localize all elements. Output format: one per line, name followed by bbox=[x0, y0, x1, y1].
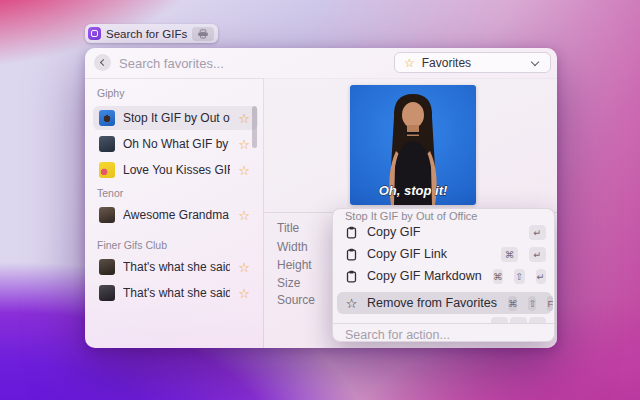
shortcut-key: ↵ bbox=[529, 247, 546, 262]
favorite-star-icon: ☆ bbox=[238, 138, 250, 151]
action-menu: Stop It GIF by Out of Office Copy GIF ↵ … bbox=[332, 208, 555, 342]
action-menu-divider bbox=[333, 323, 555, 324]
shortcut-key: ↵ bbox=[529, 225, 546, 240]
pill-badge bbox=[192, 27, 214, 41]
gif-image: Oh, stop it! bbox=[350, 85, 476, 205]
list-item-thats-what-she-said-2[interactable]: That's what she said? ☆ bbox=[93, 281, 258, 305]
gif-preview: Oh, stop it! bbox=[350, 85, 476, 205]
action-copy-gif-markdown[interactable]: Copy GIF Markdown ⌘ ⇧ ↵ bbox=[337, 265, 552, 287]
app-window: Search favorites... ☆ Favorites Giphy St… bbox=[85, 48, 557, 348]
gif-thumbnail bbox=[99, 162, 115, 178]
back-button[interactable] bbox=[94, 54, 111, 71]
meta-label-size: Size bbox=[277, 276, 300, 290]
shortcut-key: ⌘ bbox=[501, 247, 518, 262]
sidebar-scrollbar[interactable] bbox=[252, 106, 257, 148]
favorite-star-icon: ☆ bbox=[238, 287, 250, 300]
favorite-star-icon: ☆ bbox=[238, 164, 250, 177]
search-input[interactable]: Search favorites... bbox=[119, 56, 224, 71]
action-remove-from-favorites[interactable]: ☆ Remove from Favorites ⌘ ⇧ F bbox=[337, 292, 552, 314]
list-item-oh-no-what[interactable]: Oh No What GIF by Major Le... ☆ bbox=[93, 132, 258, 156]
command-title: Search for GIFs bbox=[106, 28, 187, 40]
section-title-giphy: Giphy bbox=[97, 87, 124, 99]
gif-thumbnail bbox=[99, 110, 115, 126]
favorites-dropdown[interactable]: ☆ Favorites bbox=[394, 52, 551, 73]
list-item-thats-what-she-said[interactable]: That's what she said. ☆ bbox=[93, 255, 258, 279]
shortcut-key: ⌘ bbox=[493, 269, 503, 284]
gif-caption: Oh, stop it! bbox=[379, 183, 448, 198]
list-item-awesome-grandma[interactable]: Awesome Grandma GIF ☆ bbox=[93, 203, 258, 227]
shortcut-key: ⇧ bbox=[528, 296, 536, 311]
action-copy-gif-link[interactable]: Copy GIF Link ⌘ ↵ bbox=[337, 243, 552, 265]
gif-thumbnail bbox=[99, 136, 115, 152]
star-icon: ☆ bbox=[404, 57, 415, 69]
clipboard-icon bbox=[345, 226, 358, 239]
gif-thumbnail bbox=[99, 207, 115, 223]
favorite-star-icon: ☆ bbox=[238, 112, 250, 125]
section-title-tenor: Tenor bbox=[97, 187, 123, 199]
dropdown-label: Favorites bbox=[422, 56, 471, 70]
chevron-down-icon bbox=[531, 58, 539, 66]
gif-thumbnail bbox=[99, 285, 115, 301]
favorite-star-icon: ☆ bbox=[238, 261, 250, 274]
star-icon: ☆ bbox=[345, 297, 358, 310]
shortcut-key: ⌘ bbox=[508, 296, 518, 311]
action-copy-gif[interactable]: Copy GIF ↵ bbox=[337, 221, 552, 243]
section-title-finer-gifs: Finer Gifs Club bbox=[97, 239, 167, 251]
chevron-left-icon bbox=[100, 59, 107, 66]
desktop: Search for GIFs Search favorites... ☆ Fa… bbox=[0, 0, 640, 400]
clipboard-icon bbox=[345, 270, 358, 283]
list-item-love-you-kisses[interactable]: Love You Kisses GIF by Ted... ☆ bbox=[93, 158, 258, 182]
gif-thumbnail bbox=[99, 259, 115, 275]
shortcut-key: F bbox=[547, 296, 553, 311]
favorite-star-icon: ☆ bbox=[238, 209, 250, 222]
command-pill: Search for GIFs bbox=[85, 24, 218, 43]
shortcut-key: ↵ bbox=[536, 269, 546, 284]
meta-label-source: Source bbox=[277, 293, 315, 307]
printer-icon bbox=[197, 29, 209, 39]
meta-label-height: Height bbox=[277, 258, 312, 272]
meta-label-width: Width bbox=[277, 240, 308, 254]
clipboard-icon bbox=[345, 248, 358, 261]
shortcut-key: ⇧ bbox=[514, 269, 524, 284]
list-item-stop-it[interactable]: Stop It GIF by Out of Office ☆ bbox=[93, 106, 258, 130]
action-search-input[interactable]: Search for action... bbox=[345, 328, 450, 342]
extension-icon bbox=[88, 27, 101, 40]
meta-label-title: Title bbox=[277, 221, 299, 235]
